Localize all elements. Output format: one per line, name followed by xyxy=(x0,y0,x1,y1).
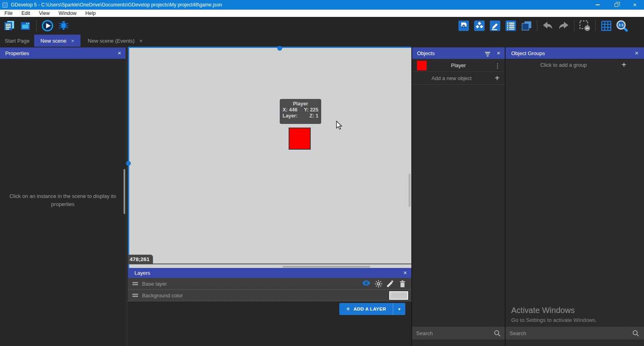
project-manager-icon[interactable] xyxy=(3,20,15,32)
tooltip-layer: Layer: xyxy=(283,113,298,119)
canvas-v-scrolldot[interactable] xyxy=(126,161,131,166)
layer-name: Background color xyxy=(142,292,183,299)
scene-canvas[interactable] xyxy=(128,47,411,268)
menu-edit[interactable]: Edit xyxy=(17,10,35,17)
properties-panel-title: Properties xyxy=(5,50,29,56)
instance-tooltip: Player X: 446 Y: 225 Layer: Z: 1 xyxy=(280,99,321,124)
restore-button[interactable] xyxy=(607,0,625,10)
tab-start-page[interactable]: Start Page xyxy=(0,35,34,47)
object-name: Player xyxy=(412,62,505,68)
open-object-groups-panel-icon[interactable] xyxy=(473,20,485,32)
close-icon: × xyxy=(633,2,636,8)
add-object-label: Add a new object xyxy=(412,75,491,81)
toolbar-separator xyxy=(537,21,537,31)
minimize-button[interactable] xyxy=(588,0,607,10)
canvas-h-scrollbar[interactable] xyxy=(283,266,370,268)
plus-icon[interactable]: + xyxy=(621,60,626,70)
tab-new-scene-events[interactable]: New scene (Events) × xyxy=(80,35,150,47)
debug-icon[interactable] xyxy=(58,20,70,32)
canvas-h-scrolldot[interactable] xyxy=(277,46,282,51)
add-object-row[interactable]: Add a new object + xyxy=(412,72,505,85)
objects-panel-title: Objects xyxy=(417,50,435,56)
close-panel-icon[interactable]: × xyxy=(403,270,407,276)
plus-icon: + xyxy=(346,305,350,313)
start-page-window-icon[interactable] xyxy=(19,20,31,32)
open-instances-panel-icon[interactable] xyxy=(520,20,533,32)
object-groups-panel-header: Object Groups × xyxy=(506,47,644,59)
object-row-player[interactable]: Player ⋮ xyxy=(412,59,505,72)
open-objects-panel-icon[interactable] xyxy=(458,20,470,32)
tab-close-icon[interactable]: × xyxy=(139,38,142,44)
search-icon xyxy=(632,330,639,337)
object-groups-panel: Object Groups × Click to add a group + A… xyxy=(506,47,644,346)
search-icon xyxy=(494,330,501,337)
window-controls: × xyxy=(588,0,644,10)
canvas-v-scrollbar[interactable] xyxy=(409,174,411,207)
drag-handle-icon[interactable] xyxy=(132,293,138,298)
panel-footer xyxy=(506,340,644,346)
objects-search-input[interactable] xyxy=(412,330,494,336)
toggle-grid-icon[interactable] xyxy=(600,20,612,32)
layer-effects-icon[interactable] xyxy=(375,280,382,289)
toolbar-separator xyxy=(574,21,574,31)
play-preview-icon[interactable] xyxy=(41,20,54,32)
plus-icon[interactable]: + xyxy=(495,74,500,83)
close-button[interactable]: × xyxy=(625,0,644,10)
zoom-1-1-icon[interactable]: 1:1 xyxy=(616,20,628,32)
layer-row-background-color[interactable]: Background color xyxy=(128,290,411,301)
kebab-menu-icon[interactable]: ⋮ xyxy=(494,62,501,70)
toolbar-separator xyxy=(36,21,37,31)
add-group-row[interactable]: Click to add a group + xyxy=(506,59,644,72)
edit-scene-properties-icon[interactable] xyxy=(489,20,501,32)
visibility-eye-icon[interactable] xyxy=(362,280,370,288)
cursor-coordinates-badge: 478;261 xyxy=(128,255,153,264)
open-layers-panel-icon[interactable] xyxy=(505,20,517,32)
objects-search-bar xyxy=(412,327,505,340)
edit-layer-icon[interactable] xyxy=(386,280,394,289)
drag-handle-icon[interactable] xyxy=(132,281,138,286)
background-color-swatch[interactable] xyxy=(389,291,408,300)
close-panel-icon[interactable]: × xyxy=(497,50,500,56)
layer-row-base[interactable]: Base layer xyxy=(128,278,411,290)
chevron-down-icon: ▾ xyxy=(398,307,400,311)
panel-footer xyxy=(412,340,505,346)
menu-file[interactable]: File xyxy=(0,10,17,17)
layers-panel-header: Layers × xyxy=(128,268,411,278)
layers-panel: Layers × Base layer xyxy=(128,268,411,346)
zoom-1-1-label: 1:1 xyxy=(617,23,625,27)
tab-new-scene[interactable]: New scene × xyxy=(34,35,80,47)
toolbar: 1:1 xyxy=(0,17,644,35)
menu-window[interactable]: Window xyxy=(54,10,81,17)
titlebar: GDevelop 5 - C:\Users\Sparkle\OneDrive\D… xyxy=(0,0,644,10)
tab-close-icon[interactable]: × xyxy=(71,38,74,44)
objects-panel: Objects × Player ⋮ Add a new object + xyxy=(412,47,505,346)
player-object-instance[interactable] xyxy=(289,128,311,150)
canvas-v-scrollline[interactable] xyxy=(128,47,129,268)
tooltip-y: Y: 225 xyxy=(304,107,318,113)
window-title: GDevelop 5 - C:\Users\Sparkle\OneDrive\D… xyxy=(11,2,222,8)
menu-help[interactable]: Help xyxy=(81,10,100,17)
add-layer-button[interactable]: + ADD A LAYER ▾ xyxy=(339,303,405,315)
groups-search-input[interactable] xyxy=(506,330,632,336)
close-panel-icon[interactable]: × xyxy=(635,50,638,56)
filter-icon[interactable] xyxy=(485,51,490,57)
menubar: File Edit View Window Help xyxy=(0,10,644,17)
layer-name: Base layer xyxy=(142,281,167,287)
toolbar-separator xyxy=(595,21,596,31)
clear-selection-icon[interactable] xyxy=(579,20,591,32)
gdevelop-window: GDevelop 5 - C:\Users\Sparkle\OneDrive\D… xyxy=(0,0,644,346)
properties-scrollbar[interactable] xyxy=(124,169,125,214)
objects-panel-header: Objects × xyxy=(412,47,505,59)
canvas-border-line xyxy=(128,264,411,264)
close-panel-icon[interactable]: × xyxy=(118,50,121,56)
mouse-cursor xyxy=(336,121,345,132)
delete-layer-icon[interactable] xyxy=(399,280,406,289)
canvas-h-scrollline[interactable] xyxy=(128,47,411,48)
redo-icon[interactable] xyxy=(557,20,570,32)
properties-panel-header: Properties × xyxy=(0,47,126,59)
undo-icon[interactable] xyxy=(542,20,554,32)
tooltip-z: Z: 1 xyxy=(310,113,318,119)
add-layer-dropdown[interactable]: ▾ xyxy=(393,307,405,312)
tooltip-object-name: Player xyxy=(283,101,318,107)
menu-view[interactable]: View xyxy=(35,10,54,17)
